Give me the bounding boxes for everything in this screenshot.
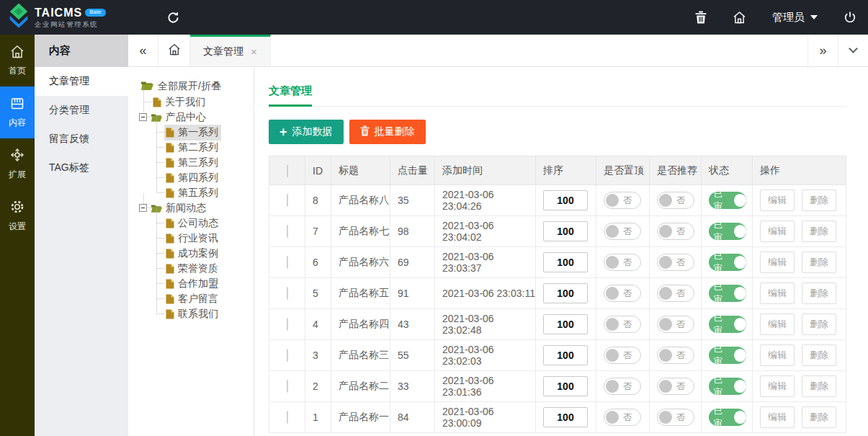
sort-input[interactable]	[543, 221, 588, 241]
sort-input[interactable]	[543, 190, 588, 210]
delete-button[interactable]: 删除	[802, 282, 836, 304]
pinned-toggle[interactable]: 否	[604, 285, 641, 302]
refresh-icon[interactable]	[157, 0, 189, 35]
recommended-toggle[interactable]: 否	[657, 223, 694, 240]
tree-node[interactable]: 客户留言	[164, 291, 254, 306]
tree-node[interactable]: 合作加盟	[164, 276, 254, 291]
tree-node[interactable]: 行业资讯	[164, 231, 254, 246]
sidebar-item[interactable]: 留言反馈	[35, 125, 128, 154]
row-checkbox[interactable]	[287, 225, 288, 238]
close-icon[interactable]: ×	[251, 45, 257, 58]
status-toggle[interactable]: 已审	[709, 409, 746, 426]
delete-button[interactable]: 删除	[802, 221, 836, 242]
status-toggle[interactable]: 已审	[709, 192, 746, 209]
sort-input[interactable]	[543, 376, 588, 396]
recommended-toggle[interactable]: 否	[657, 378, 694, 395]
pinned-toggle[interactable]: 否	[604, 192, 641, 209]
recommended-toggle[interactable]: 否	[657, 409, 694, 426]
status-toggle[interactable]: 已审	[709, 347, 746, 364]
batch-delete-button[interactable]: 批量删除	[349, 120, 426, 144]
user-menu[interactable]: 管理员	[772, 11, 818, 25]
status-toggle[interactable]: 已审	[709, 285, 746, 302]
delete-button[interactable]: 删除	[802, 313, 836, 335]
file-icon	[166, 309, 174, 319]
recommended-toggle[interactable]: 否	[657, 316, 694, 333]
collapse-minus-box[interactable]	[139, 113, 147, 121]
delete-button[interactable]: 删除	[802, 344, 836, 366]
delete-button[interactable]: 删除	[802, 375, 836, 397]
recommended-toggle[interactable]: 否	[657, 192, 694, 209]
trash-icon[interactable]	[695, 11, 707, 24]
home-icon[interactable]	[733, 11, 746, 24]
rail-item-settings[interactable]: 设置	[0, 190, 35, 242]
sort-input[interactable]	[543, 345, 588, 365]
sort-input[interactable]	[543, 283, 588, 303]
tree-node[interactable]: 第一系列	[164, 125, 254, 140]
sidebar-item[interactable]: 分类管理	[35, 96, 128, 125]
tree-node[interactable]: 第五系列	[164, 185, 254, 200]
rail-item-content[interactable]: 内容	[0, 86, 35, 138]
row-checkbox[interactable]	[287, 318, 288, 331]
status-toggle[interactable]: 已审	[709, 378, 746, 395]
recommended-toggle[interactable]: 否	[657, 254, 694, 271]
tree-node[interactable]: 成功案例	[164, 246, 254, 261]
row-checkbox[interactable]	[287, 411, 288, 424]
delete-button[interactable]: 删除	[802, 252, 836, 273]
status-toggle[interactable]: 已审	[709, 223, 746, 240]
tree-node[interactable]: 第二系列	[164, 140, 254, 155]
status-toggle[interactable]: 已审	[709, 316, 746, 333]
edit-button[interactable]: 编辑	[760, 406, 795, 428]
pinned-toggle[interactable]: 否	[604, 223, 641, 240]
tabs-dropdown-button[interactable]	[838, 35, 868, 66]
logout-power-icon[interactable]	[844, 11, 856, 24]
status-toggle[interactable]: 已审	[709, 254, 746, 271]
sort-input[interactable]	[543, 314, 588, 334]
tab-article-management[interactable]: 文章管理 ×	[190, 35, 271, 66]
sort-input[interactable]	[543, 252, 588, 272]
edit-button[interactable]: 编辑	[760, 190, 795, 211]
pinned-toggle[interactable]: 否	[604, 347, 641, 364]
collapse-minus-box[interactable]	[139, 204, 147, 212]
edit-button[interactable]: 编辑	[760, 282, 795, 304]
rail-item-home[interactable]: 首页	[0, 35, 35, 86]
cell-time: 2021-03-06 23:04:26	[435, 185, 536, 216]
sort-input[interactable]	[543, 407, 588, 427]
toggle-knob	[734, 380, 746, 393]
edit-button[interactable]: 编辑	[760, 313, 795, 335]
tree-node[interactable]: 联系我们	[164, 306, 254, 321]
row-checkbox[interactable]	[287, 287, 288, 300]
pinned-toggle[interactable]: 否	[604, 378, 641, 395]
delete-button[interactable]: 删除	[802, 190, 836, 211]
edit-button[interactable]: 编辑	[760, 344, 795, 366]
rail-item-extensions[interactable]: 扩展	[0, 138, 35, 190]
row-checkbox[interactable]	[287, 380, 288, 393]
sidebar-item[interactable]: 文章管理	[35, 67, 128, 96]
tab-home[interactable]	[158, 35, 190, 66]
tree-node[interactable]: 荣誉资质	[164, 261, 254, 276]
edit-button[interactable]: 编辑	[760, 252, 795, 273]
row-checkbox[interactable]	[287, 256, 288, 269]
tree-node[interactable]: 公司动态	[164, 215, 254, 231]
tree-node[interactable]: 第四系列	[164, 170, 254, 185]
add-data-button[interactable]: + 添加数据	[269, 120, 344, 144]
recommended-toggle[interactable]: 否	[657, 285, 694, 302]
edit-button[interactable]: 编辑	[760, 221, 795, 242]
tree-node[interactable]: 关于我们	[151, 94, 254, 110]
delete-button[interactable]: 删除	[802, 406, 836, 428]
tabs-more-button[interactable]: »	[807, 35, 838, 66]
tree-node[interactable]: 产品中心	[151, 110, 254, 125]
sidebar-item-label: 留言反馈	[49, 133, 89, 146]
row-checkbox[interactable]	[287, 349, 288, 362]
tabs-collapse-button[interactable]: «	[128, 35, 158, 66]
sidebar-item[interactable]: TAG标签	[35, 154, 128, 182]
tree-node[interactable]: 新闻动态	[151, 200, 254, 215]
recommended-toggle[interactable]: 否	[657, 347, 694, 364]
pinned-toggle[interactable]: 否	[604, 409, 641, 426]
pinned-toggle[interactable]: 否	[604, 316, 641, 333]
tree-node[interactable]: 第三系列	[164, 155, 254, 170]
edit-button[interactable]: 编辑	[760, 375, 795, 397]
row-checkbox[interactable]	[287, 194, 288, 207]
select-all-checkbox[interactable]	[287, 164, 288, 177]
pinned-toggle[interactable]: 否	[604, 254, 641, 271]
tree-toggle-all[interactable]: 全部展开/折叠	[141, 79, 254, 94]
